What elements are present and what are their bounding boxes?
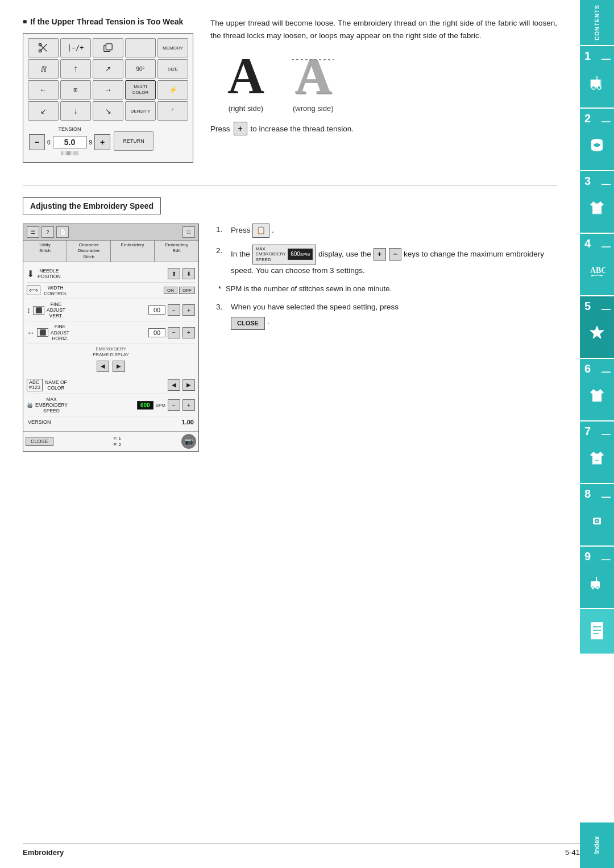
width-control-label: WIDTHCONTROL <box>44 285 68 296</box>
version-label: VERSION <box>28 419 51 425</box>
tab-9-dash: — <box>601 555 611 565</box>
fine-vert-plus[interactable]: + <box>182 304 195 316</box>
sidebar-tab-1[interactable]: 1 — <box>580 46 614 109</box>
speed-display-inline: MAXEMBROIDERYSPEED 600SPM <box>252 245 317 264</box>
upper-description-text: The upper thread will become loose. The … <box>210 17 557 42</box>
tab-utility[interactable]: UtilityStitch <box>23 241 67 262</box>
panel-btn-left[interactable]: ← <box>28 80 59 100</box>
sidebar-tab-4[interactable]: 4 — ABC <box>580 234 614 296</box>
step2-minus-btn[interactable]: − <box>389 248 401 261</box>
fine-horiz-minus[interactable]: − <box>168 327 180 338</box>
panel-btn-pattern[interactable]: ⚡ <box>157 80 188 100</box>
step-3: 3. When you have selected the speed sett… <box>216 301 557 330</box>
panel-btn-corner[interactable]: ⌜ <box>157 101 188 121</box>
screen-icon-doc[interactable]: 📄 <box>56 226 69 238</box>
panel-btn-density[interactable]: DENSITY <box>125 101 156 121</box>
screen-icon-menu[interactable]: ☰ <box>27 226 39 238</box>
panel-btn-memory[interactable]: MEMORY <box>157 38 188 57</box>
sidebar-tab-2[interactable]: 2 — <box>580 109 614 171</box>
sidebar-tab-9[interactable]: 9 — <box>580 547 614 609</box>
panel-btn-up[interactable]: ↑ <box>60 59 91 78</box>
fine-adjust-horiz-controls: 00 − + <box>148 327 195 338</box>
svg-point-20 <box>596 520 598 522</box>
color-next-btn[interactable]: ▶ <box>182 379 195 391</box>
press-instruction: Press + to increase the thread tension. <box>210 122 557 135</box>
sidebar-tab-7[interactable]: 7 — <box>580 421 614 484</box>
panel-btn-scissors[interactable] <box>28 38 59 57</box>
svg-marker-17 <box>590 326 604 338</box>
tab-2-dash: — <box>601 117 611 127</box>
off-btn[interactable]: OFF <box>179 287 195 294</box>
sidebar-tab-5[interactable]: 5 — <box>580 296 614 359</box>
tension-row: − 0 5.0 9 + <box>29 134 110 150</box>
document-icon <box>588 621 605 642</box>
fine-horiz-plus[interactable]: + <box>182 327 195 338</box>
close-btn-inline[interactable]: CLOSE <box>231 317 265 330</box>
panel-btn-down[interactable]: ↓ <box>60 101 91 121</box>
speed-instructions: 1. Press 📋 . 2. In the <box>216 224 557 452</box>
svg-text:ABC: ABC <box>590 266 605 275</box>
sidebar-tab-doc[interactable] <box>580 609 614 655</box>
panel-btn-flip[interactable]: ↗ <box>93 59 123 78</box>
panel-btn-center-h[interactable]: ⊞ <box>60 80 91 100</box>
color-prev-btn[interactable]: ◀ <box>168 379 180 391</box>
on-btn[interactable]: ON <box>164 287 177 294</box>
sidebar-tab-8[interactable]: 8 — <box>580 484 614 547</box>
needle-position-controls: ⬆ ⬇ <box>168 268 195 279</box>
panel-btn-r[interactable]: ℝ <box>28 59 59 78</box>
sidebar-tab-index[interactable]: Index <box>580 822 614 868</box>
panel-btn-right[interactable]: → <box>93 80 123 100</box>
svg-rect-5 <box>106 44 112 50</box>
needle-down-btn[interactable]: ⬇ <box>182 268 195 279</box>
tab-3-num: 3 <box>584 175 591 188</box>
tension-scale: ||||||||||||||| <box>29 150 110 155</box>
needle-position-label: NEEDLEPOSITION <box>38 268 61 279</box>
max-speed-controls: 600 SPM − + <box>137 399 195 411</box>
panel-btn-size[interactable]: SIZE <box>157 59 188 78</box>
embroidery-screen: ☰ ? 📄 □ UtilityStitch CharacterDecorativ… <box>23 224 199 452</box>
sidebar-tab-3[interactable]: 3 — <box>580 171 614 234</box>
tab-5-dash: — <box>601 304 611 315</box>
screen-icon-right[interactable]: □ <box>182 226 195 238</box>
screen-camera-icon: 📷 <box>181 434 196 449</box>
plus-inline-btn[interactable]: + <box>234 122 247 135</box>
panel-btn-flip-v[interactable]: ↘ <box>93 101 123 121</box>
svg-point-23 <box>596 587 599 590</box>
tab-embroidery-edit[interactable]: EmbroideryEdit <box>155 241 198 262</box>
name-of-color-label: NAME OFCOLOR <box>45 379 67 391</box>
wrong-side-label: (wrong side) <box>293 104 334 113</box>
panel-btn-90[interactable]: 90° <box>125 59 156 78</box>
panel-btn-flip-h[interactable]: ↙ <box>28 101 59 121</box>
screen-footer: CLOSE P. 1 P. 2 📷 <box>23 431 198 451</box>
frame-prev-btn[interactable]: ◀ <box>97 361 109 372</box>
tab-2-num: 2 <box>584 112 591 125</box>
tab-character[interactable]: CharacterDecorativeStitch <box>67 241 111 262</box>
page-footer: Embroidery 5-41 <box>23 843 580 857</box>
panel-btn-empty <box>125 38 156 57</box>
tab-embroidery[interactable]: Embroidery <box>111 241 155 262</box>
fine-adjust-vert-label: FINEADJUSTVERT. <box>47 301 65 319</box>
panel-btn-minus-plus[interactable]: |−/+ <box>60 38 91 57</box>
fine-vert-minus[interactable]: − <box>168 304 180 316</box>
panel-btn-copy[interactable] <box>93 38 123 57</box>
step-2: 2. In the MAXEMBROIDERYSPEED 600SPM disp… <box>216 245 557 276</box>
speed-minus-btn[interactable]: − <box>168 399 180 411</box>
name-of-color-row: ABC#123 NAME OFCOLOR ◀ ▶ <box>27 377 195 394</box>
panel-btn-return[interactable]: RETURN <box>114 131 154 151</box>
speed-section-title: Adjusting the Embroidery Speed <box>23 197 161 214</box>
screen-icon-help[interactable]: ? <box>42 226 54 238</box>
step2-plus-btn[interactable]: + <box>374 248 386 261</box>
panel-btn-multi-color[interactable]: MULTI COLOR <box>125 80 156 100</box>
tab-4-icon-area: ABC <box>588 262 605 279</box>
needle-up-btn[interactable]: ⬆ <box>168 268 180 279</box>
upper-thread-section: If the Upper Thread Tension is Too Weak … <box>23 17 557 163</box>
step-3-content: When you have selected the speed setting… <box>231 301 557 330</box>
sidebar: CONTENTS 1 — 2 — <box>580 0 614 868</box>
tension-plus-btn[interactable]: + <box>94 134 110 150</box>
speed-plus-btn[interactable]: + <box>182 399 195 411</box>
sidebar-tab-contents[interactable]: CONTENTS <box>580 0 614 46</box>
screen-close-btn[interactable]: CLOSE <box>26 437 53 446</box>
tension-minus-btn[interactable]: − <box>29 134 45 150</box>
frame-next-btn[interactable]: ▶ <box>113 361 125 372</box>
sidebar-tab-6[interactable]: 6 — <box>580 359 614 421</box>
